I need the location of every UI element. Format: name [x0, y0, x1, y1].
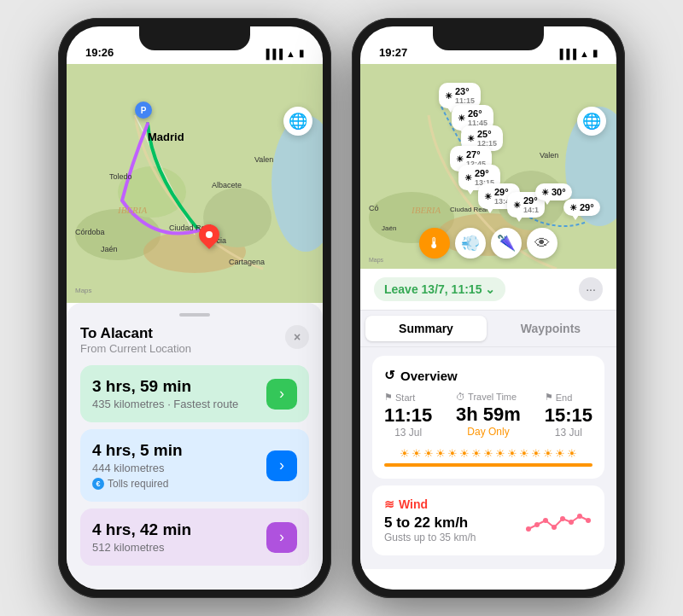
map-area-1[interactable]: Madrid Toledo Córdoba Jaén Ciudad Real A… — [67, 64, 323, 303]
start-label: ⚑ Start — [384, 392, 432, 403]
wind-title: ≋ Wind — [384, 497, 476, 511]
svg-text:Córdoba: Córdoba — [75, 228, 105, 236]
wind-left: ≋ Wind 5 to 22 km/h Gusts up to 35 km/h — [384, 497, 476, 543]
route-detail-2: 444 kilometres — [92, 462, 266, 474]
status-icons-2: ▐▐▐ ▲ ▮ — [557, 48, 598, 59]
toll-icon: € — [92, 478, 104, 490]
phone-1: 19:26 ▐▐▐ ▲ ▮ — [58, 18, 331, 598]
start-item: ⚑ Start 11:15 13 Jul — [384, 392, 432, 439]
svg-text:Maps: Maps — [369, 257, 384, 264]
notch-1 — [139, 26, 250, 50]
map-area-2[interactable]: IBERIA Có Jaén Ciudad Real Valen Maps ☀ … — [360, 64, 616, 269]
sheet-title: To Alacant — [80, 325, 191, 342]
tab-summary[interactable]: Summary — [365, 316, 487, 341]
more-button[interactable]: ··· — [579, 277, 603, 301]
travel-sub: Day Only — [456, 426, 521, 438]
signal-icon-1: ▐▐▐ — [263, 49, 283, 59]
svg-text:IBERIA: IBERIA — [411, 205, 441, 215]
weather-bubble-7: ☀ 30° — [535, 183, 572, 200]
globe-button-2[interactable]: 🌐 — [577, 107, 606, 136]
day-bar — [384, 463, 593, 467]
bottom-sheet-1: To Alacant From Current Location × 3 hrs… — [67, 303, 323, 590]
weather-bubble-8: ☀ 29° — [563, 199, 600, 216]
svg-text:Valen: Valen — [540, 151, 558, 160]
svg-point-31 — [552, 525, 557, 530]
chevron-down-icon: ⌄ — [485, 282, 495, 296]
svg-text:Jaén: Jaén — [101, 245, 118, 253]
svg-text:Toledo: Toledo — [109, 172, 132, 181]
wifi-icon-2: ▲ — [580, 49, 589, 59]
status-time-1: 19:26 — [85, 46, 114, 59]
end-label: ⚑ End — [545, 392, 593, 403]
rain-button[interactable]: 🌂 — [491, 228, 522, 259]
tab-waypoints[interactable]: Waypoints — [490, 316, 611, 341]
sun-icon-11: ☀ — [519, 447, 529, 460]
route-card-3[interactable]: 4 hrs, 42 min 512 kilometres › — [80, 508, 309, 566]
svg-point-28 — [526, 526, 531, 532]
sun-icon-9: ☀ — [495, 447, 505, 460]
overview-title: ↺ Overview — [384, 368, 593, 383]
sun-icon-7: ☀ — [471, 447, 482, 460]
sun-icon-3: ☀ — [423, 447, 434, 460]
route-info-3: 4 hrs, 42 min 512 kilometres — [92, 520, 266, 554]
route-arrow-1[interactable]: › — [266, 379, 297, 410]
svg-text:Madrid: Madrid — [148, 131, 184, 143]
notch-2 — [433, 26, 544, 50]
route-info-2: 4 hrs, 5 min 444 kilometres € Tolls requ… — [92, 441, 266, 490]
wind-section[interactable]: ≋ Wind 5 to 22 km/h Gusts up to 35 km/h — [372, 485, 604, 555]
route-arrow-2[interactable]: › — [266, 450, 297, 481]
status-icons-1: ▐▐▐ ▲ ▮ — [263, 48, 304, 59]
battery-icon-2: ▮ — [593, 48, 598, 59]
phone-2: 19:27 ▐▐▐ ▲ ▮ IBERIA — [352, 18, 625, 598]
svg-text:Cartagena: Cartagena — [229, 258, 265, 266]
travel-value: 3h 59m — [456, 404, 521, 426]
svg-text:Valen: Valen — [254, 155, 273, 164]
route-time-3: 4 hrs, 42 min — [92, 520, 266, 539]
sun-icon-8: ☀ — [483, 447, 493, 460]
route-card-1[interactable]: 3 hrs, 59 min 435 kilometres · Fastest r… — [80, 365, 309, 422]
svg-point-32 — [560, 516, 565, 521]
travel-label: ⏱ Travel Time — [456, 392, 521, 402]
signal-icon-2: ▐▐▐ — [557, 49, 576, 59]
wind-value: 5 to 22 km/h — [384, 514, 476, 532]
tabs-row: Summary Waypoints — [360, 311, 616, 347]
end-date: 13 Jul — [545, 427, 593, 439]
sheet-header: To Alacant From Current Location × — [80, 325, 309, 355]
sun-icon-2: ☀ — [412, 447, 422, 460]
sun-row: ☀ ☀ ☀ ☀ ☀ ☀ ☀ ☀ ☀ ☀ ☀ ☀ ☀ — [384, 447, 593, 460]
leave-pill[interactable]: Leave 13/7, 11:15 ⌄ — [374, 277, 505, 301]
sheet2-content: ↺ Overview ⚑ Start 11:15 13 Jul — [360, 356, 616, 555]
route-detail-3: 512 kilometres — [92, 541, 266, 554]
route-arrow-3[interactable]: › — [266, 522, 297, 553]
wind-sub: Gusts up to 35 km/h — [384, 532, 476, 543]
flag-icon: ⚑ — [384, 392, 393, 403]
start-pin: P — [135, 102, 152, 119]
end-value: 15:15 — [545, 404, 593, 427]
clock-icon: ⏱ — [456, 392, 465, 402]
globe-button-1[interactable]: 🌐 — [283, 107, 312, 136]
overview-grid: ⚑ Start 11:15 13 Jul ⏱ Travel Time — [384, 392, 593, 439]
route-info-1: 3 hrs, 59 min 435 kilometres · Fastest r… — [92, 377, 266, 410]
svg-point-34 — [577, 514, 582, 519]
svg-point-30 — [543, 518, 548, 523]
svg-point-29 — [534, 522, 540, 527]
close-button[interactable]: × — [285, 325, 309, 349]
svg-point-33 — [569, 520, 574, 525]
sun-icon-13: ☀ — [543, 447, 553, 460]
wind-button[interactable]: 💨 — [455, 228, 486, 259]
route-time-2: 4 hrs, 5 min — [92, 441, 266, 460]
route-detail-1: 435 kilometres · Fastest route — [92, 398, 266, 410]
svg-point-35 — [586, 518, 591, 523]
wifi-icon-1: ▲ — [286, 49, 295, 59]
battery-icon-1: ▮ — [299, 48, 304, 59]
route-time-1: 3 hrs, 59 min — [92, 377, 266, 396]
toll-info: € Tolls required — [92, 478, 266, 490]
route-card-2[interactable]: 4 hrs, 5 min 444 kilometres € Tolls requ… — [80, 429, 309, 502]
overview-icon: ↺ — [384, 368, 395, 383]
eye-button[interactable]: 👁 — [527, 228, 557, 259]
wind-chart — [524, 503, 593, 538]
sun-icon-15: ☀ — [567, 447, 577, 460]
thermometer-button[interactable]: 🌡 — [419, 228, 450, 259]
svg-text:Albacete: Albacete — [212, 181, 242, 189]
sun-icon-10: ☀ — [507, 447, 517, 460]
